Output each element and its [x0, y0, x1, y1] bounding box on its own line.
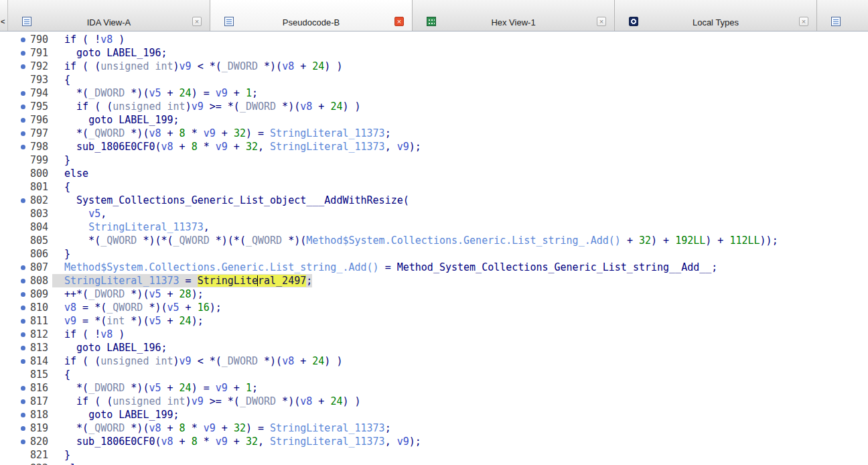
tab-hex-view-1[interactable]: Hex View-1×: [413, 0, 615, 31]
line-number: 790: [29, 33, 48, 46]
address-mark-dot[interactable]: [21, 105, 25, 109]
code-line-807[interactable]: 807Method$System.Collections.Generic.Lis…: [0, 261, 868, 274]
tab-scroll-left-button[interactable]: <: [0, 0, 8, 31]
gutter-gap: [48, 448, 64, 462]
highlighted-identifier: ral_2497: [258, 275, 306, 287]
line-number: 820: [29, 435, 48, 448]
line-mark-cell: [0, 33, 29, 46]
tab-pseudocode-b[interactable]: Pseudocode-B×: [210, 0, 413, 31]
address-mark-dot[interactable]: [21, 346, 25, 350]
line-mark-cell: [0, 86, 29, 100]
ida-pro-window: < IDA View-A×Pseudocode-B×Hex View-1×Loc…: [0, 0, 868, 465]
code-line-816[interactable]: 816 *(_DWORD *)(v5 + 24) = v9 + 1;: [0, 381, 868, 395]
line-mark-cell: [0, 287, 29, 301]
code-line-794[interactable]: 794 *(_DWORD *)(v5 + 24) = v9 + 1;: [0, 86, 868, 100]
line-mark-cell: [0, 73, 29, 86]
code-line-790[interactable]: 790if ( !v8 ): [0, 33, 868, 46]
code-line-814[interactable]: 814if ( (unsigned int)v9 < *(_DWORD *)(v…: [0, 354, 868, 368]
line-mark-cell: [0, 113, 29, 127]
address-mark-dot[interactable]: [21, 319, 25, 324]
address-mark-dot[interactable]: [21, 91, 25, 96]
tab-close-button[interactable]: ×: [394, 17, 404, 26]
code-line-805[interactable]: 805 *(_QWORD *)(*(_QWORD *)(*(_QWORD *)(…: [0, 234, 868, 247]
address-mark-dot[interactable]: [21, 426, 25, 431]
code-line-text: else: [64, 462, 88, 465]
gutter-gap: [48, 381, 64, 395]
code-line-821[interactable]: 821}: [0, 448, 868, 462]
address-mark-dot[interactable]: [21, 145, 25, 149]
code-line-799[interactable]: 799}: [0, 153, 868, 167]
address-mark-dot[interactable]: [21, 198, 25, 203]
tab-ida-view-a[interactable]: IDA View-A×: [8, 0, 210, 31]
code-line-text: v5,: [64, 207, 106, 220]
code-line-818[interactable]: 818 goto LABEL_199;: [0, 408, 868, 421]
code-line-820[interactable]: 820 sub_1806E0CF0(v8 + 8 * v9 + 32, Stri…: [0, 435, 868, 448]
code-line-812[interactable]: 812if ( !v8 ): [0, 328, 868, 341]
address-mark-dot[interactable]: [21, 359, 25, 364]
code-line-795[interactable]: 795 if ( (unsigned int)v9 >= *(_DWORD *)…: [0, 100, 868, 113]
code-line-811[interactable]: 811v9 = *(int *)(v5 + 24);: [0, 314, 868, 328]
code-line-802[interactable]: 802 System_Collections_Generic_List_obje…: [0, 194, 868, 207]
line-mark-cell: [0, 46, 29, 60]
code-line-791[interactable]: 791 goto LABEL_196;: [0, 46, 868, 60]
address-mark-dot[interactable]: [21, 64, 25, 69]
view-icon: [831, 17, 841, 26]
code-line-796[interactable]: 796 goto LABEL_199;: [0, 113, 868, 127]
gutter-gap: [48, 301, 64, 314]
code-line-text: else: [64, 167, 88, 180]
code-line-text: ++*(_DWORD *)(v5 + 28);: [64, 287, 204, 301]
code-line-809[interactable]: 809++*(_DWORD *)(v5 + 28);: [0, 287, 868, 301]
line-mark-cell: [0, 381, 29, 395]
tab-label: Hex View-1: [413, 17, 614, 27]
address-mark-dot[interactable]: [21, 51, 25, 56]
code-line-804[interactable]: 804 StringLiteral_11373,: [0, 220, 868, 234]
tab-view[interactable]: [817, 0, 868, 31]
code-line-819[interactable]: 819 *(_QWORD *)(v8 + 8 * v9 + 32) = Stri…: [0, 421, 868, 435]
tab-close-button[interactable]: ×: [597, 17, 606, 26]
line-mark-cell: [0, 448, 29, 462]
tab-close-button[interactable]: ×: [192, 17, 202, 26]
code-line-800[interactable]: 800else: [0, 167, 868, 180]
address-mark-dot[interactable]: [21, 332, 25, 337]
address-mark-dot[interactable]: [21, 292, 25, 297]
code-line-text: if ( !v8 ): [64, 33, 125, 46]
tab-local-types[interactable]: Local Types×: [615, 0, 817, 31]
address-mark-dot[interactable]: [21, 399, 25, 404]
chevron-left-icon: <: [1, 17, 5, 25]
address-mark-dot[interactable]: [21, 118, 25, 123]
code-line-815[interactable]: 815{: [0, 368, 868, 381]
line-number: 811: [29, 314, 48, 328]
code-line-808[interactable]: 808StringLiteral_11373 = StringLiteral_2…: [0, 274, 868, 287]
line-number: 800: [29, 167, 48, 180]
address-mark-dot[interactable]: [21, 306, 25, 310]
address-mark-dot[interactable]: [21, 440, 25, 444]
tab-close-button[interactable]: ×: [799, 17, 808, 26]
code-line-text: *(_QWORD *)(v8 + 8 * v9 + 32) = StringLi…: [64, 421, 391, 435]
tab-label: IDA View-A: [8, 17, 210, 27]
code-line-817[interactable]: 817 if ( (unsigned int)v9 >= *(_DWORD *)…: [0, 395, 868, 408]
line-mark-cell: [0, 421, 29, 435]
address-mark-dot[interactable]: [21, 279, 25, 283]
code-line-text: *(_QWORD *)(*(_QWORD *)(*(_QWORD *)(Meth…: [64, 234, 778, 247]
address-mark-dot[interactable]: [21, 265, 25, 270]
line-number: 792: [29, 60, 48, 73]
address-mark-dot[interactable]: [21, 413, 25, 417]
address-mark-dot[interactable]: [21, 386, 25, 391]
code-line-806[interactable]: 806}: [0, 247, 868, 261]
address-mark-dot[interactable]: [21, 131, 25, 136]
code-line-793[interactable]: 793{: [0, 73, 868, 86]
address-mark-dot[interactable]: [21, 38, 25, 42]
code-line-798[interactable]: 798 sub_1806E0CF0(v8 + 8 * v9 + 32, Stri…: [0, 140, 868, 153]
line-mark-cell: [0, 220, 29, 234]
line-mark-cell: [0, 234, 29, 247]
code-line-797[interactable]: 797 *(_QWORD *)(v8 + 8 * v9 + 32) = Stri…: [0, 127, 868, 140]
code-line-813[interactable]: 813 goto LABEL_196;: [0, 341, 868, 354]
code-line-822[interactable]: 822else: [0, 462, 868, 465]
code-line-810[interactable]: 810v8 = *(_QWORD *)(v5 + 16);: [0, 301, 868, 314]
code-line-792[interactable]: 792if ( (unsigned int)v9 < *(_DWORD *)(v…: [0, 60, 868, 73]
code-line-803[interactable]: 803 v5,: [0, 207, 868, 220]
code-line-text: *(_DWORD *)(v5 + 24) = v9 + 1;: [64, 381, 258, 395]
line-number: 797: [29, 127, 48, 140]
code-line-801[interactable]: 801{: [0, 180, 868, 194]
line-mark-cell: [0, 408, 29, 421]
